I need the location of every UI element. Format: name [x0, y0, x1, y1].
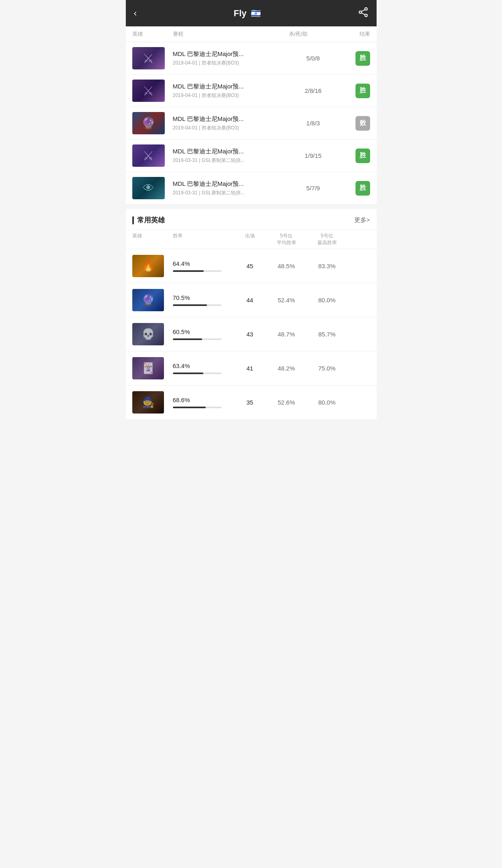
svg-point-0	[365, 8, 367, 10]
svg-line-3	[361, 10, 365, 12]
hero-thumbnail: 🃏	[132, 357, 164, 379]
hero-icon: 🧙	[132, 391, 164, 414]
match-result: 胜	[338, 84, 370, 98]
hero-row[interactable]: 🧙 68.6% 35 52.6% 80.0%	[126, 386, 377, 419]
match-meta: 2019-03-31 | GSL赛制第二轮(B...	[173, 157, 289, 164]
hero-winrate: 64.4%	[173, 260, 234, 267]
match-info: MDL 巴黎迪士尼Major预... 2019-04-01 | 胜者组决赛(BO…	[173, 115, 289, 131]
winrate-bar-fill	[173, 270, 204, 272]
hero-icon: 💀	[132, 323, 164, 345]
match-meta: 2019-04-01 | 胜者组决赛(BO3)	[173, 60, 289, 67]
col-result: 结果	[338, 30, 370, 38]
more-link[interactable]: 更多>	[354, 216, 370, 224]
hero-row[interactable]: 🔮 70.5% 44 52.4% 80.0%	[126, 283, 377, 317]
match-result: 胜	[338, 51, 370, 66]
winrate-bar-fill	[173, 407, 206, 408]
winrate-bar-bg	[173, 304, 222, 306]
match-result: 败	[338, 116, 370, 131]
hero-icon: ⚔	[132, 80, 165, 102]
match-name: MDL 巴黎迪士尼Major预...	[173, 83, 289, 90]
result-badge-win: 胜	[355, 84, 370, 98]
hero-avg-rate: 52.6%	[266, 399, 307, 406]
col-match: 赛程	[173, 30, 289, 38]
hero-icon: 🔮	[132, 289, 164, 311]
section-title-bar	[132, 216, 134, 224]
heroes-col-hero: 英雄	[132, 233, 173, 246]
match-info: MDL 巴黎迪士尼Major预... 2019-04-01 | 胜者组决赛(BO…	[173, 50, 289, 67]
winrate-bar-bg	[173, 338, 222, 340]
common-heroes-section: 常用英雄 更多> 英雄 胜率 出场 5号位平均胜率 5号位最高胜率 🔥 64.4…	[126, 209, 377, 419]
match-row[interactable]: ⚔ MDL 巴黎迪士尼Major预... 2019-04-01 | 胜者组决赛(…	[126, 75, 377, 107]
winrate-bar-fill	[173, 373, 204, 374]
match-meta: 2019-03-31 | GSL赛制第二轮(B...	[173, 190, 289, 196]
page-title-group: Fly 🇮🇱	[234, 8, 261, 19]
hero-avatar: ⚔	[132, 47, 165, 69]
hero-winrate: 68.6%	[173, 396, 234, 403]
result-badge-lose: 败	[355, 116, 370, 131]
hero-max-rate: 85.7%	[307, 331, 347, 338]
hero-winrate: 70.5%	[173, 294, 234, 301]
match-kda: 5/7/9	[289, 185, 338, 192]
match-result: 胜	[338, 149, 370, 163]
hero-avatar: ⚔	[132, 80, 165, 102]
hero-row[interactable]: 🔥 64.4% 45 48.5% 83.3%	[126, 249, 377, 283]
hero-row[interactable]: 🃏 63.4% 41 48.2% 75.0%	[126, 351, 377, 386]
hero-avatar: 🔮	[132, 112, 165, 134]
result-badge-win: 胜	[355, 181, 370, 196]
match-kda: 2/8/16	[289, 87, 338, 94]
heroes-table-header: 英雄 胜率 出场 5号位平均胜率 5号位最高胜率	[126, 230, 377, 249]
hero-avatar: 👁	[132, 177, 165, 199]
hero-winrate-col: 68.6%	[173, 396, 234, 408]
hero-avg-rate: 48.5%	[266, 263, 307, 269]
hero-winrate: 60.5%	[173, 328, 234, 335]
match-kda: 5/0/8	[289, 55, 338, 62]
heroes-col-winrate: 胜率	[173, 233, 234, 246]
hero-avg-rate: 52.4%	[266, 297, 307, 304]
table-header-row: 英雄 赛程 杀/死/助 结果	[126, 26, 377, 42]
svg-line-4	[361, 13, 365, 15]
match-table-section: 英雄 赛程 杀/死/助 结果 ⚔ MDL 巴黎迪士尼Major预... 2019…	[126, 26, 377, 204]
hero-row[interactable]: 💀 60.5% 43 48.7% 85.7%	[126, 317, 377, 351]
hero-max-rate: 75.0%	[307, 365, 347, 372]
winrate-bar-bg	[173, 270, 222, 272]
share-button[interactable]	[358, 7, 368, 19]
match-name: MDL 巴黎迪士尼Major预...	[173, 50, 289, 58]
hero-max-rate: 83.3%	[307, 263, 347, 269]
hero-thumbnail: 💀	[132, 323, 164, 345]
hero-avg-rate: 48.7%	[266, 331, 307, 338]
match-row[interactable]: 👁 MDL 巴黎迪士尼Major预... 2019-03-31 | GSL赛制第…	[126, 172, 377, 204]
hero-appearances: 44	[234, 297, 266, 304]
match-result: 胜	[338, 181, 370, 196]
match-row[interactable]: ⚔ MDL 巴黎迪士尼Major预... 2019-04-01 | 胜者组决赛(…	[126, 42, 377, 75]
match-name: MDL 巴黎迪士尼Major预...	[173, 115, 289, 123]
svg-point-1	[365, 14, 367, 17]
hero-icon: 🔥	[132, 255, 164, 277]
hero-icon: 👁	[132, 177, 165, 199]
hero-thumbnail: 🔮	[132, 289, 164, 311]
winrate-bar-fill	[173, 338, 202, 340]
result-badge-win: 胜	[355, 149, 370, 163]
back-button[interactable]: ‹	[134, 8, 137, 19]
match-meta: 2019-04-01 | 胜者组决赛(BO3)	[173, 92, 289, 99]
hero-appearances: 41	[234, 365, 266, 372]
winrate-bar-bg	[173, 373, 222, 374]
match-row[interactable]: 🔮 MDL 巴黎迪士尼Major预... 2019-04-01 | 胜者组决赛(…	[126, 107, 377, 140]
match-info: MDL 巴黎迪士尼Major预... 2019-03-31 | GSL赛制第二轮…	[173, 180, 289, 196]
match-row[interactable]: ⚔ MDL 巴黎迪士尼Major预... 2019-03-31 | GSL赛制第…	[126, 140, 377, 172]
hero-max-rate: 80.0%	[307, 297, 347, 304]
winrate-bar-bg	[173, 407, 222, 408]
hero-icon: 🃏	[132, 357, 164, 379]
match-meta: 2019-04-01 | 胜者组决赛(BO3)	[173, 125, 289, 131]
section-title: 常用英雄	[132, 215, 165, 225]
hero-thumbnail: 🧙	[132, 391, 164, 414]
match-name: MDL 巴黎迪士尼Major预...	[173, 148, 289, 155]
page-header: ‹ Fly 🇮🇱	[126, 0, 377, 26]
hero-avg-rate: 48.2%	[266, 365, 307, 372]
hero-avatar: ⚔	[132, 144, 165, 167]
match-info: MDL 巴黎迪士尼Major预... 2019-03-31 | GSL赛制第二轮…	[173, 148, 289, 164]
match-kda: 1/9/15	[289, 152, 338, 159]
section-header: 常用英雄 更多>	[126, 209, 377, 230]
hero-winrate: 63.4%	[173, 362, 234, 369]
hero-icon: ⚔	[132, 47, 165, 69]
hero-winrate-col: 70.5%	[173, 294, 234, 306]
